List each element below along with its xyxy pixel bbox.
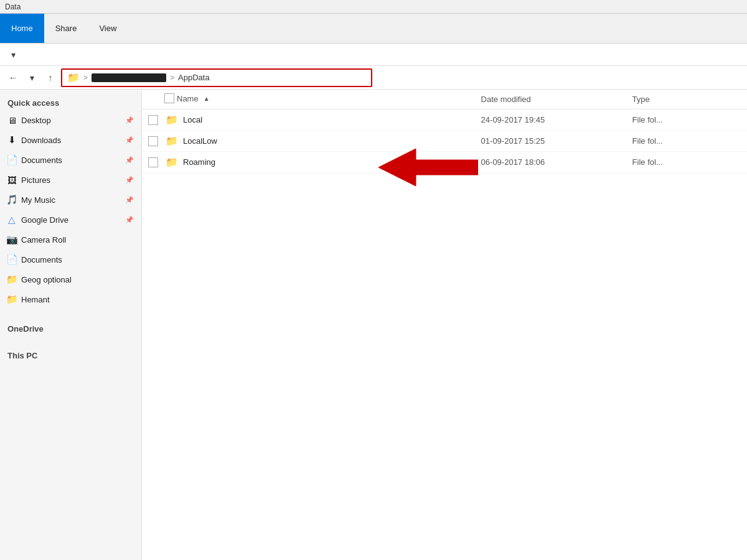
downloads-icon: ⬇ [6, 134, 17, 146]
mymusic-icon: 🎵 [6, 194, 17, 205]
col-header-name[interactable]: Name ▲ [142, 90, 475, 110]
sidebar-item-documents[interactable]: 📄 Documents 📌 [0, 150, 141, 170]
addr-current-folder: AppData [178, 73, 210, 82]
up-button[interactable]: ↑ [42, 70, 59, 86]
sidebar-label-mymusic: My Music [21, 195, 121, 205]
pin-icon-desktop: 📌 [125, 116, 134, 124]
sidebar-label-desktop: Desktop [21, 116, 121, 125]
table-header-row: Name ▲ Date modified Type [142, 90, 747, 110]
file-table: Name ▲ Date modified Type [142, 90, 747, 173]
dropdown-button[interactable]: ▾ [24, 70, 40, 86]
file-name-locallow: LocalLow [183, 136, 217, 146]
date-roaming: 06-09-2017 18:06 [475, 152, 626, 173]
toolbar-row: ▾ [0, 44, 747, 66]
date-locallow: 01-09-2017 15:25 [475, 131, 626, 152]
filter-button[interactable]: ▾ [5, 47, 21, 63]
documents-icon: 📄 [6, 154, 17, 166]
window-title: Data [5, 2, 21, 11]
sidebar-item-hemant[interactable]: 📁 Hemant [0, 289, 141, 309]
sidebar-item-downloads[interactable]: ⬇ Downloads 📌 [0, 130, 141, 150]
desktop-icon: 🖥 [6, 115, 17, 126]
file-checkbox-local[interactable] [148, 115, 158, 125]
sidebar-section-quick-access: Quick access [0, 90, 141, 110]
sidebar-label-documents2: Documents [21, 255, 134, 264]
sidebar-item-googledrive[interactable]: △ Google Drive 📌 [0, 210, 141, 230]
sidebar-section-onedrive: OneDrive [0, 315, 141, 336]
documents2-icon: 📄 [6, 254, 17, 265]
pin-icon-mymusic: 📌 [125, 196, 134, 204]
col-header-type[interactable]: Type [626, 90, 747, 110]
type-local: File fol... [626, 110, 747, 131]
folder-icon-roaming: 📁 [166, 156, 178, 168]
sidebar-item-cameraroll[interactable]: 📷 Camera Roll [0, 230, 141, 250]
sidebar-label-geogoptional: Geog optional [21, 275, 134, 284]
date-local: 24-09-2017 19:45 [475, 110, 626, 131]
sidebar-item-geogoptional[interactable]: 📁 Geog optional [0, 269, 141, 289]
sidebar: Quick access 🖥 Desktop 📌 ⬇ Downloads 📌 📄… [0, 90, 142, 560]
col-header-date[interactable]: Date modified [475, 90, 626, 110]
sidebar-section-thispc: This PC [0, 342, 141, 363]
title-bar: Data [0, 0, 747, 14]
table-row[interactable]: 📁 Local 24-09-2017 19:45 File fol... [142, 110, 747, 131]
tab-home[interactable]: Home [0, 14, 44, 43]
file-name-roaming: Roaming [183, 157, 215, 167]
pin-icon-pictures: 📌 [125, 176, 134, 184]
dropdown-icon: ▾ [30, 73, 34, 83]
sidebar-item-desktop[interactable]: 🖥 Desktop 📌 [0, 110, 141, 130]
address-bar[interactable]: 📁 > > AppData [61, 68, 372, 87]
addr-sep-1: > [83, 73, 88, 82]
back-icon: ← [9, 73, 17, 83]
cameraroll-icon: 📷 [6, 234, 17, 245]
folder-icon-locallow: 📁 [166, 135, 178, 147]
address-folder-icon: 📁 [67, 72, 80, 83]
tab-view[interactable]: View [88, 14, 128, 43]
sidebar-label-pictures: Pictures [21, 175, 121, 185]
pin-icon-downloads: 📌 [125, 136, 134, 144]
sidebar-label-hemant: Hemant [21, 295, 134, 304]
sidebar-label-cameraroll: Camera Roll [21, 235, 134, 245]
addressbar-row: ← ▾ ↑ 📁 > > AppData [0, 66, 747, 90]
type-locallow: File fol... [626, 131, 747, 152]
tab-share[interactable]: Share [44, 14, 88, 43]
content-area: Name ▲ Date modified Type [142, 90, 747, 560]
folder-icon-local: 📁 [166, 114, 178, 126]
hemant-icon: 📁 [6, 294, 17, 305]
pin-icon-documents: 📌 [125, 156, 134, 164]
sidebar-label-documents: Documents [21, 156, 121, 165]
addr-redacted-segment [92, 73, 166, 82]
pictures-icon: 🖼 [6, 175, 17, 185]
sort-arrow-name: ▲ [204, 95, 210, 102]
filter-icon: ▾ [11, 50, 16, 60]
file-checkbox-locallow[interactable] [148, 136, 158, 146]
googledrive-icon: △ [6, 214, 17, 225]
sidebar-item-mymusic[interactable]: 🎵 My Music 📌 [0, 190, 141, 210]
addr-sep-2: > [170, 73, 174, 82]
geogoptional-icon: 📁 [6, 274, 17, 285]
table-row[interactable]: 📁 Roaming 06-09-2017 18:06 File fol... [142, 152, 747, 173]
sidebar-label-googledrive: Google Drive [21, 215, 121, 225]
sidebar-item-pictures[interactable]: 🖼 Pictures 📌 [0, 170, 141, 190]
main-layout: Quick access 🖥 Desktop 📌 ⬇ Downloads 📌 📄… [0, 90, 747, 560]
back-button[interactable]: ← [5, 70, 21, 86]
type-roaming: File fol... [626, 152, 747, 173]
pin-icon-googledrive: 📌 [125, 216, 134, 224]
sidebar-label-downloads: Downloads [21, 136, 121, 145]
ribbon: Home Share View [0, 14, 747, 44]
file-name-local: Local [183, 115, 202, 124]
file-checkbox-roaming[interactable] [148, 157, 158, 167]
table-row[interactable]: 📁 LocalLow 01-09-2017 15:25 File fol... [142, 131, 747, 152]
sidebar-item-documents2[interactable]: 📄 Documents [0, 250, 141, 269]
up-icon: ↑ [49, 73, 53, 83]
